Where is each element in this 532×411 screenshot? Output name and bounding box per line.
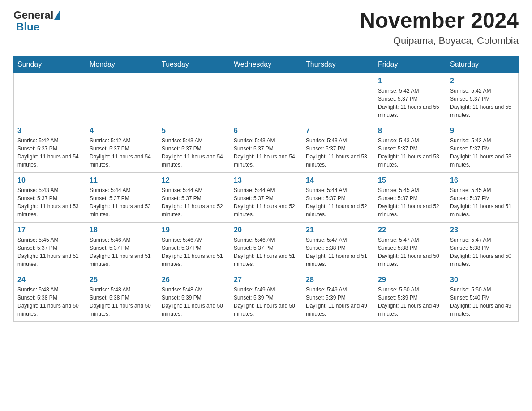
day-number: 19 bbox=[162, 226, 226, 234]
day-info: Sunrise: 5:47 AMSunset: 5:38 PMDaylight:… bbox=[306, 236, 370, 268]
day-number: 1 bbox=[378, 77, 442, 85]
day-info: Sunrise: 5:46 AMSunset: 5:37 PMDaylight:… bbox=[234, 236, 298, 268]
calendar-subtitle: Quipama, Boyaca, Colombia bbox=[360, 35, 519, 47]
calendar-cell: 26Sunrise: 5:48 AMSunset: 5:39 PMDayligh… bbox=[158, 272, 230, 321]
day-info: Sunrise: 5:43 AMSunset: 5:37 PMDaylight:… bbox=[378, 137, 442, 169]
day-number: 30 bbox=[450, 276, 515, 284]
day-info: Sunrise: 5:46 AMSunset: 5:37 PMDaylight:… bbox=[90, 236, 154, 268]
day-number: 26 bbox=[162, 276, 226, 284]
calendar-cell: 22Sunrise: 5:47 AMSunset: 5:38 PMDayligh… bbox=[374, 222, 446, 272]
day-number: 21 bbox=[306, 226, 370, 234]
weekday-header-thursday: Thursday bbox=[302, 56, 374, 73]
day-info: Sunrise: 5:45 AMSunset: 5:37 PMDaylight:… bbox=[378, 186, 442, 218]
calendar-cell: 24Sunrise: 5:48 AMSunset: 5:38 PMDayligh… bbox=[14, 272, 86, 321]
day-info: Sunrise: 5:46 AMSunset: 5:37 PMDaylight:… bbox=[162, 236, 226, 268]
day-number: 5 bbox=[162, 127, 226, 135]
day-info: Sunrise: 5:50 AMSunset: 5:39 PMDaylight:… bbox=[378, 286, 442, 318]
calendar-cell: 12Sunrise: 5:44 AMSunset: 5:37 PMDayligh… bbox=[158, 172, 230, 222]
day-info: Sunrise: 5:47 AMSunset: 5:38 PMDaylight:… bbox=[450, 236, 515, 268]
calendar-cell: 28Sunrise: 5:49 AMSunset: 5:39 PMDayligh… bbox=[302, 272, 374, 321]
day-info: Sunrise: 5:44 AMSunset: 5:37 PMDaylight:… bbox=[90, 186, 154, 218]
logo-triangle-icon bbox=[54, 10, 60, 20]
calendar-cell: 30Sunrise: 5:50 AMSunset: 5:40 PMDayligh… bbox=[446, 272, 519, 321]
day-number: 3 bbox=[17, 127, 82, 135]
calendar-cell: 21Sunrise: 5:47 AMSunset: 5:38 PMDayligh… bbox=[302, 222, 374, 272]
calendar-cell: 19Sunrise: 5:46 AMSunset: 5:37 PMDayligh… bbox=[158, 222, 230, 272]
calendar-cell: 2Sunrise: 5:42 AMSunset: 5:37 PMDaylight… bbox=[446, 73, 519, 123]
calendar-cell: 11Sunrise: 5:44 AMSunset: 5:37 PMDayligh… bbox=[86, 172, 158, 222]
calendar-cell: 25Sunrise: 5:48 AMSunset: 5:38 PMDayligh… bbox=[86, 272, 158, 321]
calendar-header-row: SundayMondayTuesdayWednesdayThursdayFrid… bbox=[14, 56, 519, 73]
logo-blue-text: Blue bbox=[16, 21, 39, 33]
day-number: 23 bbox=[450, 226, 515, 234]
week-row-4: 17Sunrise: 5:45 AMSunset: 5:37 PMDayligh… bbox=[14, 222, 519, 272]
calendar-title-block: November 2024 Quipama, Boyaca, Colombia bbox=[360, 9, 519, 47]
day-info: Sunrise: 5:42 AMSunset: 5:37 PMDaylight:… bbox=[90, 137, 154, 169]
day-info: Sunrise: 5:43 AMSunset: 5:37 PMDaylight:… bbox=[17, 186, 82, 218]
week-row-5: 24Sunrise: 5:48 AMSunset: 5:38 PMDayligh… bbox=[14, 272, 519, 321]
day-number: 6 bbox=[234, 127, 298, 135]
day-number: 9 bbox=[450, 127, 515, 135]
calendar-cell: 9Sunrise: 5:43 AMSunset: 5:37 PMDaylight… bbox=[446, 123, 519, 172]
day-info: Sunrise: 5:42 AMSunset: 5:37 PMDaylight:… bbox=[450, 87, 515, 119]
calendar-cell: 16Sunrise: 5:45 AMSunset: 5:37 PMDayligh… bbox=[446, 172, 519, 222]
calendar-cell: 3Sunrise: 5:42 AMSunset: 5:37 PMDaylight… bbox=[14, 123, 86, 172]
weekday-header-friday: Friday bbox=[374, 56, 446, 73]
day-info: Sunrise: 5:47 AMSunset: 5:38 PMDaylight:… bbox=[378, 236, 442, 268]
day-info: Sunrise: 5:45 AMSunset: 5:37 PMDaylight:… bbox=[450, 186, 515, 218]
day-info: Sunrise: 5:48 AMSunset: 5:39 PMDaylight:… bbox=[162, 286, 226, 318]
week-row-2: 3Sunrise: 5:42 AMSunset: 5:37 PMDaylight… bbox=[14, 123, 519, 172]
calendar-cell: 10Sunrise: 5:43 AMSunset: 5:37 PMDayligh… bbox=[14, 172, 86, 222]
day-number: 15 bbox=[378, 176, 442, 184]
calendar-cell: 4Sunrise: 5:42 AMSunset: 5:37 PMDaylight… bbox=[86, 123, 158, 172]
calendar-cell bbox=[86, 73, 158, 123]
day-number: 7 bbox=[306, 127, 370, 135]
calendar-cell: 29Sunrise: 5:50 AMSunset: 5:39 PMDayligh… bbox=[374, 272, 446, 321]
day-number: 13 bbox=[234, 176, 298, 184]
day-info: Sunrise: 5:44 AMSunset: 5:37 PMDaylight:… bbox=[234, 186, 298, 218]
day-number: 4 bbox=[90, 127, 154, 135]
day-number: 29 bbox=[378, 276, 442, 284]
weekday-header-sunday: Sunday bbox=[14, 56, 86, 73]
day-number: 8 bbox=[378, 127, 442, 135]
day-info: Sunrise: 5:43 AMSunset: 5:37 PMDaylight:… bbox=[306, 137, 370, 169]
day-number: 17 bbox=[17, 226, 82, 234]
day-info: Sunrise: 5:48 AMSunset: 5:38 PMDaylight:… bbox=[17, 286, 82, 318]
calendar-cell: 20Sunrise: 5:46 AMSunset: 5:37 PMDayligh… bbox=[230, 222, 302, 272]
day-info: Sunrise: 5:48 AMSunset: 5:38 PMDaylight:… bbox=[90, 286, 154, 318]
day-number: 22 bbox=[378, 226, 442, 234]
logo: General Blue bbox=[13, 9, 60, 33]
calendar-cell: 14Sunrise: 5:44 AMSunset: 5:37 PMDayligh… bbox=[302, 172, 374, 222]
day-number: 16 bbox=[450, 176, 515, 184]
calendar-cell: 13Sunrise: 5:44 AMSunset: 5:37 PMDayligh… bbox=[230, 172, 302, 222]
page-header: General Blue November 2024 Quipama, Boya… bbox=[13, 9, 519, 47]
calendar-cell: 1Sunrise: 5:42 AMSunset: 5:37 PMDaylight… bbox=[374, 73, 446, 123]
calendar-table: SundayMondayTuesdayWednesdayThursdayFrid… bbox=[13, 56, 519, 322]
calendar-cell bbox=[158, 73, 230, 123]
calendar-cell: 7Sunrise: 5:43 AMSunset: 5:37 PMDaylight… bbox=[302, 123, 374, 172]
day-number: 12 bbox=[162, 176, 226, 184]
day-info: Sunrise: 5:45 AMSunset: 5:37 PMDaylight:… bbox=[17, 236, 82, 268]
calendar-title: November 2024 bbox=[360, 9, 519, 33]
day-info: Sunrise: 5:42 AMSunset: 5:37 PMDaylight:… bbox=[378, 87, 442, 119]
day-number: 10 bbox=[17, 176, 82, 184]
calendar-cell: 27Sunrise: 5:49 AMSunset: 5:39 PMDayligh… bbox=[230, 272, 302, 321]
weekday-header-tuesday: Tuesday bbox=[158, 56, 230, 73]
calendar-cell: 15Sunrise: 5:45 AMSunset: 5:37 PMDayligh… bbox=[374, 172, 446, 222]
weekday-header-saturday: Saturday bbox=[446, 56, 519, 73]
day-number: 18 bbox=[90, 226, 154, 234]
weekday-header-wednesday: Wednesday bbox=[230, 56, 302, 73]
calendar-cell: 17Sunrise: 5:45 AMSunset: 5:37 PMDayligh… bbox=[14, 222, 86, 272]
calendar-cell: 6Sunrise: 5:43 AMSunset: 5:37 PMDaylight… bbox=[230, 123, 302, 172]
day-number: 2 bbox=[450, 77, 515, 85]
week-row-3: 10Sunrise: 5:43 AMSunset: 5:37 PMDayligh… bbox=[14, 172, 519, 222]
day-info: Sunrise: 5:49 AMSunset: 5:39 PMDaylight:… bbox=[234, 286, 298, 318]
day-number: 27 bbox=[234, 276, 298, 284]
week-row-1: 1Sunrise: 5:42 AMSunset: 5:37 PMDaylight… bbox=[14, 73, 519, 123]
day-info: Sunrise: 5:43 AMSunset: 5:37 PMDaylight:… bbox=[162, 137, 226, 169]
day-number: 28 bbox=[306, 276, 370, 284]
day-number: 20 bbox=[234, 226, 298, 234]
day-info: Sunrise: 5:49 AMSunset: 5:39 PMDaylight:… bbox=[306, 286, 370, 318]
day-info: Sunrise: 5:44 AMSunset: 5:37 PMDaylight:… bbox=[306, 186, 370, 218]
day-number: 25 bbox=[90, 276, 154, 284]
